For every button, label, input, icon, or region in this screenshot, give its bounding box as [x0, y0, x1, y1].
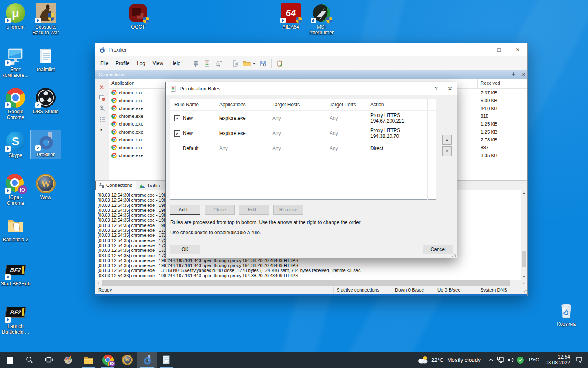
dialog-resize-grip[interactable]	[451, 252, 456, 257]
network-icon[interactable]	[496, 355, 506, 365]
log-line[interactable]: [08.03 12:54:36] chrome.exe - 198.244.16…	[95, 273, 527, 278]
scroll-up-icon[interactable]: ▲	[521, 190, 527, 196]
clone-rule-button[interactable]: Clone	[205, 205, 235, 215]
desktop-icon-start-bf2hub[interactable]: BF2 Start BF2Hub	[0, 259, 31, 288]
cancel-button[interactable]: Cancel	[423, 245, 453, 254]
proxification-rules-icon[interactable]	[202, 58, 212, 68]
weather-temp[interactable]: 22°C	[431, 357, 443, 363]
remove-rule-button[interactable]: Remove	[273, 205, 303, 215]
taskbar-proxifier-button[interactable]	[137, 352, 157, 368]
desktop-icon-cossacks[interactable]: Cossacks Back to War	[31, 2, 61, 37]
column-applications[interactable]: Applications	[215, 99, 268, 110]
taskbar-explorer-button[interactable]	[78, 352, 98, 368]
pin-panel-icon[interactable]	[511, 72, 516, 78]
tab-connections[interactable]: Connections	[95, 181, 136, 191]
new-profile-icon[interactable]	[230, 58, 240, 68]
desktop-icon-aida64[interactable]: 64 AIDA64	[276, 2, 306, 31]
maximize-button[interactable]: □	[490, 43, 508, 56]
move-rule-up-button[interactable]: ▲	[442, 135, 452, 145]
desktop-icon-this-pc[interactable]: Этот компьюте...	[0, 45, 31, 79]
chrome-icon	[111, 121, 117, 127]
desktop-icon-occt[interactable]: OCCT	[123, 2, 153, 31]
scroll-down-icon[interactable]: ▼	[521, 274, 527, 280]
proxy-servers-icon[interactable]	[191, 58, 200, 68]
desktop-icon-recycle-bin[interactable]: Корзина	[551, 300, 581, 328]
rule-row[interactable]: ✓ New iexplore.exe Any Any Proxy HTTPS19…	[170, 126, 436, 141]
task-view-button[interactable]	[39, 352, 59, 368]
close-connection-icon[interactable]: ✕	[95, 82, 109, 92]
action-center-icon[interactable]	[574, 355, 584, 365]
resize-grip[interactable]	[521, 288, 527, 293]
desktop-icon-battlefield2[interactable]: Battlefield 2	[0, 215, 31, 244]
taskbar-wow-button[interactable]: W	[118, 352, 137, 368]
desktop-icon-utorrent[interactable]: μ μTorrent	[0, 2, 31, 31]
desktop-icon-realmlist[interactable]: realmlist	[31, 45, 61, 74]
details-view-icon[interactable]	[95, 114, 109, 124]
horizontal-scrollbar[interactable]: ‹ ›	[95, 280, 527, 287]
desktop-icon-google-chrome[interactable]: Google Chrome	[0, 87, 31, 121]
antivirus-status-icon[interactable]	[516, 355, 526, 365]
taskbar-notepad-button[interactable]	[157, 352, 176, 368]
desktop-icon-obs-studio[interactable]: OBS Studio	[31, 87, 61, 116]
rule-row[interactable]: ✓ Default Any Any Any Direct	[170, 141, 436, 156]
scroll-right-icon[interactable]: ›	[521, 281, 527, 285]
menu-item[interactable]: View	[149, 59, 167, 68]
desktop-icon-skype[interactable]: S Skype	[0, 131, 31, 159]
tab-traffic[interactable]: Traffic	[136, 181, 163, 190]
menu-item[interactable]: Log	[133, 59, 149, 68]
open-profile-icon[interactable]	[242, 58, 256, 68]
volume-icon[interactable]	[506, 355, 516, 365]
taskbar-search-button[interactable]	[20, 352, 39, 368]
tray-chevron-up-icon[interactable]	[486, 355, 496, 365]
dialog-close-button[interactable]: ✕	[443, 82, 457, 95]
close-panel-icon[interactable]: ✕	[522, 72, 526, 77]
column-target-ports[interactable]: Target Ports	[325, 99, 366, 110]
scrollbar-thumb[interactable]	[102, 280, 510, 286]
language-indicator[interactable]: РУС	[529, 357, 539, 363]
column-target-hosts[interactable]: Target Hosts	[268, 99, 325, 110]
weather-text[interactable]: Mostly cloudy	[447, 357, 481, 363]
rule-row[interactable]: ✓ New iexplore.exe Any Any Proxy HTTPS19…	[170, 110, 436, 126]
scrollbar-thumb[interactable]	[522, 251, 526, 267]
column-action[interactable]: Action	[366, 99, 428, 110]
taskbar-paint-button[interactable]	[59, 352, 78, 368]
abort-connection-icon[interactable]	[95, 92, 109, 103]
desktop-icon-wow[interactable]: W Wow	[31, 173, 61, 202]
log-icon[interactable]	[275, 58, 285, 68]
search-zoom-icon[interactable]	[95, 103, 109, 114]
desktop-icon-msi-afterburner[interactable]: MSI Afterburner	[306, 2, 336, 37]
move-rule-down-button[interactable]: ▼	[442, 146, 452, 156]
menu-item[interactable]: Profile	[112, 59, 133, 68]
column-separator[interactable]	[477, 79, 478, 88]
taskbar-chrome-yura-button[interactable]: Ю	[98, 352, 118, 368]
save-profile-icon[interactable]	[258, 58, 268, 68]
desktop-icon-launch-battlefield[interactable]: BF2 Launch Battlefield ...	[0, 302, 31, 336]
desktop-icon-yura-chrome[interactable]: Ю Юра - Chrome	[0, 173, 31, 207]
log-line[interactable]: [08.03 12:54:35] chrome.exe - 198.244.16…	[95, 263, 527, 268]
taskbar-clock[interactable]: 12:54 03.08.2022	[546, 354, 570, 366]
scroll-left-icon[interactable]: ‹	[95, 281, 102, 285]
window-titlebar[interactable]: Proxifier — □ ✕	[95, 43, 527, 56]
start-button[interactable]	[0, 352, 20, 368]
rule-checkbox[interactable]: ✓	[174, 130, 180, 137]
close-button[interactable]: ✕	[508, 43, 527, 56]
edit-rule-button[interactable]: Edit...	[239, 205, 269, 215]
column-received[interactable]: Received	[481, 81, 500, 85]
minimize-button[interactable]: —	[471, 43, 490, 56]
rule-checkbox[interactable]: ✓	[174, 115, 180, 121]
column-rule-name[interactable]: Rule Name	[170, 99, 215, 110]
column-application[interactable]: Application	[111, 81, 134, 85]
ok-button[interactable]: OK	[170, 245, 200, 254]
dialog-titlebar[interactable]: Proxification Rules ? ✕	[166, 82, 457, 95]
menu-item[interactable]: Help	[167, 59, 184, 68]
log-line[interactable]: [08.03 12:54:35] chrome.exe - 198.244.16…	[95, 258, 527, 263]
dialog-help-button[interactable]: ?	[429, 82, 443, 95]
log-vertical-scrollbar[interactable]: ▲ ▼	[521, 190, 527, 280]
name-resolution-icon[interactable]: .COM	[214, 58, 223, 68]
menu-item[interactable]: File	[97, 59, 112, 68]
add-rule-button[interactable]: Add...	[170, 205, 200, 215]
weather-icon[interactable]	[416, 355, 430, 365]
desktop-icon-proxifier[interactable]: Proxifier	[31, 130, 61, 159]
expand-strip-icon[interactable]: ►	[95, 124, 109, 135]
log-line[interactable]: [08.03 12:54:35] chrome.exe - 1318584015…	[95, 268, 527, 273]
